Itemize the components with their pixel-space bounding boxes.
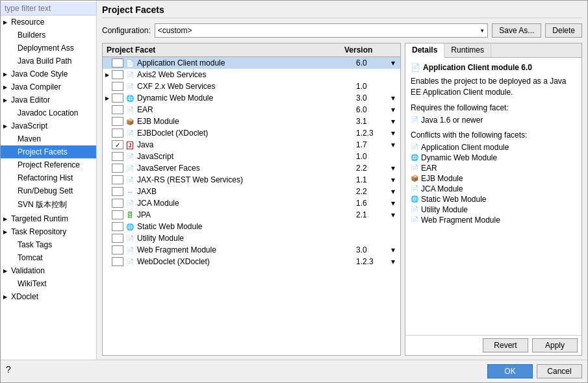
sidebar-item[interactable]: ▶Validation [1,264,96,277]
page-icon: 📄 [126,60,134,67]
details-description: Enables the project to be deployed as a … [411,76,576,98]
facet-checkbox[interactable] [112,82,123,91]
facet-checkbox[interactable] [112,187,123,196]
facet-checkbox[interactable]: ✓ [112,140,123,149]
save-as-button[interactable]: Save As... [492,23,541,38]
conflict-item-label: Web Fragment Module [421,216,500,225]
requires-icon: 📄 [411,116,418,123]
delete-button[interactable]: Delete [545,23,582,38]
facet-checkbox[interactable] [112,152,123,161]
cancel-button[interactable]: Cancel [537,364,582,378]
table-row[interactable]: ▶🌐Dynamic Web Module3.0▾ [103,92,400,104]
revert-button[interactable]: Revert [483,338,528,352]
sidebar-item[interactable]: Task Tags [1,238,96,251]
col-project-facet: Project Facet [107,45,344,55]
facet-checkbox[interactable] [112,129,123,138]
facet-checkbox[interactable] [112,199,123,208]
facet-checkbox[interactable] [112,222,123,231]
tab-runtimes[interactable]: Runtimes [444,43,491,57]
help-icon[interactable]: ? [6,364,11,375]
facet-type-icon: 🌐 [125,95,135,102]
sidebar-item-label: Java Code Style [11,69,68,79]
facet-version-label: 1.2.3 [356,129,389,138]
sidebar-item[interactable]: ▶Task Repository [1,225,96,238]
facet-name-label: Java [137,140,356,149]
apply-button[interactable]: Apply [532,338,578,352]
table-row[interactable]: 📄EAR6.0▾ [103,104,400,116]
config-select[interactable]: <custom> ▼ [155,23,489,38]
sidebar-item[interactable]: WikiText [1,277,96,290]
sidebar-item-label: SVN 版本控制 [18,199,67,210]
sidebar-item[interactable]: ▶Java Compiler [1,80,96,93]
sidebar-item[interactable]: Refactoring Hist [1,171,96,184]
tab-details[interactable]: Details [405,43,444,58]
sidebar-item[interactable]: ▶Java Code Style [1,68,96,80]
sidebar-item[interactable]: Project Reference [1,158,96,171]
facet-type-icon: ↔ [125,188,135,195]
facet-checkbox[interactable] [112,164,123,173]
sidebar-item[interactable]: SVN 版本控制 [1,197,96,212]
conflicts-item: 📄EAR [411,163,576,173]
table-row[interactable]: 📄Utility Module [103,232,400,244]
table-row[interactable]: 📄JCA Module1.6▾ [103,197,400,209]
sidebar-item[interactable]: ▶Java Editor [1,93,96,106]
table-row[interactable]: 📄CXF 2.x Web Services1.0 [103,80,400,92]
table-row[interactable]: 📄WebDoclet (XDoclet)1.2.3▾ [103,256,400,267]
conflicts-item: 📦EJB Module [411,173,576,184]
sidebar-item[interactable]: Maven [1,132,96,145]
facet-checkbox[interactable] [112,93,123,103]
table-row[interactable]: ✓JJava1.7▾ [103,139,400,151]
sidebar-item[interactable]: ▶JavaScript [1,119,96,132]
sidebar-item-label: Run/Debug Sett [18,186,73,195]
bottom-buttons: ? OK Cancel [1,360,587,382]
table-row[interactable]: 🗄JPA2.1▾ [103,209,400,221]
facet-type-icon: 📄 [125,130,135,137]
details-tabs: Details Runtimes [405,43,582,58]
sidebar-item[interactable]: Deployment Ass [1,42,96,55]
sidebar-item[interactable]: ▶Resource [1,16,96,29]
facet-checkbox[interactable] [112,105,123,114]
facet-checkbox[interactable] [112,58,123,68]
sidebar-item[interactable]: ▶XDoclet [1,290,96,303]
facet-checkbox[interactable] [112,257,123,266]
ejb-icon: 📦 [126,118,134,125]
conflicts-label: Conflicts with the following facets: [411,130,576,140]
conflicts-item: 🌐Static Web Module [411,194,576,204]
facet-checkbox[interactable] [112,117,123,126]
sidebar-item[interactable]: Run/Debug Sett [1,184,96,197]
facet-version-label: 2.1 [356,210,389,219]
facet-version-label: 3.1 [356,117,389,126]
table-row[interactable]: 📦EJB Module3.1▾ [103,116,400,127]
sidebar-item-label: Java Build Path [18,56,71,66]
sidebar-item[interactable]: Tomcat [1,251,96,264]
facet-dot: ▾ [389,117,398,126]
facet-checkbox[interactable] [112,234,123,243]
facet-checkbox[interactable] [112,245,123,254]
facet-dot: ▾ [389,257,398,266]
ok-button[interactable]: OK [487,364,533,378]
sidebar-item[interactable]: Builders [1,29,96,42]
sidebar-item[interactable]: Java Build Path [1,55,96,68]
facet-checkbox[interactable] [112,175,123,184]
page-icon: 📄 [126,258,134,266]
conflict-item-label: Application Client module [421,143,509,152]
sidebar-item[interactable]: Javadoc Location [1,106,96,119]
table-row[interactable]: 🌐Static Web Module [103,221,400,232]
facet-checkbox[interactable] [112,210,123,219]
facet-name-label: EAR [137,105,356,114]
sidebar-item[interactable]: Project Facets [1,145,96,158]
table-row[interactable]: 📄EJBDoclet (XDoclet)1.2.3▾ [103,127,400,139]
table-row[interactable]: 📄JAX-RS (REST Web Services)1.1▾ [103,174,400,186]
facet-checkbox[interactable] [112,70,123,79]
sidebar-item[interactable]: ▶Targeted Runtim [1,212,96,225]
filter-input[interactable] [1,2,96,16]
facet-type-icon: 📄 [125,235,135,242]
table-row[interactable]: 📄JavaScript1.0 [103,151,400,162]
table-row[interactable]: 📄Web Fragment Module3.0▾ [103,244,400,256]
table-row[interactable]: ↔JAXB2.2▾ [103,186,400,197]
table-row[interactable]: 📄JavaServer Faces2.2▾ [103,162,400,174]
table-row[interactable]: ▶📄Axis2 Web Services [103,69,400,80]
facet-name-label: Static Web Module [137,222,356,231]
table-row[interactable]: 📄Application Client module6.0▾ [103,57,400,69]
conflict-item-label: Dynamic Web Module [421,153,497,162]
